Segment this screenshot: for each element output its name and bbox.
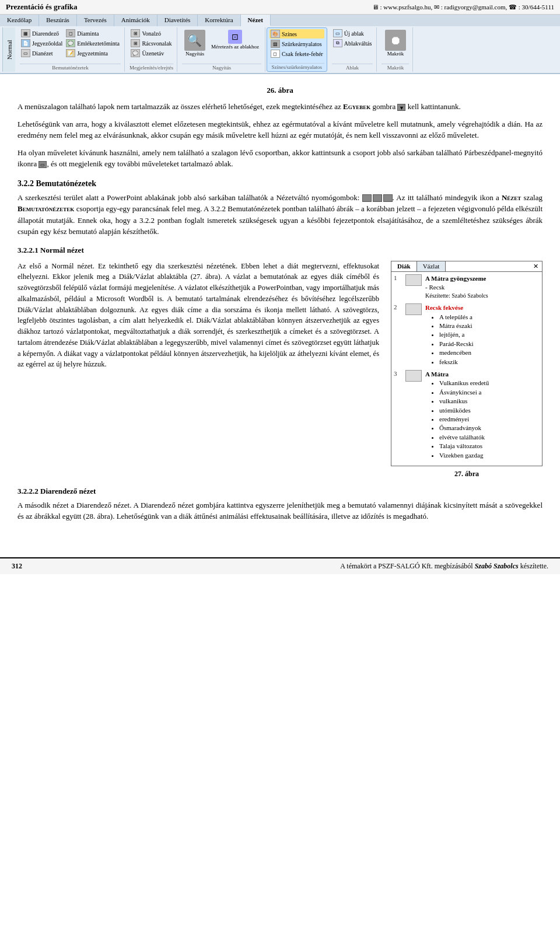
nagyitas-btn[interactable]: 🔍 Nagyítás bbox=[182, 29, 208, 64]
paragraph-1: A menüszalagon található lapok nem tarta… bbox=[18, 101, 542, 113]
szines-label: Színes bbox=[282, 31, 297, 37]
ablak-group-label: Ablak bbox=[332, 64, 373, 71]
header-contact: 🖥 : www.pszfsalgo.hu, ✉ : radigyorgy@gma… bbox=[372, 4, 554, 11]
slide-number-2: 2 bbox=[394, 303, 402, 310]
szines-buttons: 🎨 Színes ▨ Szürkeárnyalatos ◻ Csak feket… bbox=[270, 29, 324, 58]
diarendezo-label: Diarendező bbox=[32, 30, 59, 37]
ablakvalt-btn[interactable]: ⧉ Ablakváltás bbox=[332, 39, 373, 48]
tab-diavetites[interactable]: Diavetítés bbox=[158, 15, 198, 26]
racsvonalak-label: Rácsvonalak bbox=[142, 40, 172, 47]
dianezet-label: Dianézet bbox=[32, 50, 53, 57]
emlekezteto-btn[interactable]: 💬 Emlékeztetőminta bbox=[65, 39, 121, 48]
nagyitas-label: Nagyítás bbox=[186, 51, 204, 57]
emlekezteto-icon: 💬 bbox=[66, 39, 75, 47]
jegyezetoldal-icon: 📄 bbox=[21, 39, 30, 47]
merezezes-btn[interactable]: ⊡ Méretezés az ablakhoz bbox=[209, 29, 261, 64]
paragraph-3: Ha olyan műveletet kívánunk használni, a… bbox=[18, 147, 542, 170]
makrok-group-label: Makrók bbox=[382, 64, 409, 71]
bottom-bar: 312 A témakört a PSZF-SALGÓ Kft. megbízá… bbox=[0, 557, 560, 574]
dianezet-btn[interactable]: ▭ Dianézet bbox=[20, 48, 64, 58]
nagyitas-buttons: 🔍 Nagyítás ⊡ Méretezés az ablakhoz bbox=[182, 29, 261, 64]
tab-nezet[interactable]: Nézet bbox=[241, 15, 271, 26]
figure-27-caption: 27. ábra bbox=[391, 470, 542, 479]
makrok-label: Makrók bbox=[387, 51, 404, 57]
view-icon-3 bbox=[383, 194, 393, 202]
makrok-btn[interactable]: ⏺ Makrók bbox=[383, 29, 408, 58]
tab-kezdolap[interactable]: Kezdőlap bbox=[0, 15, 39, 26]
slide-text-1: A Mátra gyöngyszeme - Recsk Készítette: … bbox=[425, 274, 488, 301]
ablak-buttons: ▭ Új ablak ⧉ Ablakváltás bbox=[332, 29, 373, 48]
left-column: Az első a Normál nézet. Ez tekinthető eg… bbox=[18, 261, 379, 479]
vonalzo-icon: ⊞ bbox=[131, 29, 140, 37]
slide-bullets-3: Vulkanikus eredetű Ásványkincsei a vulka… bbox=[431, 379, 489, 460]
racsvonalak-btn[interactable]: ⊞ Rácsvonalak bbox=[130, 39, 173, 48]
uj-ablak-btn[interactable]: ▭ Új ablak bbox=[332, 29, 373, 38]
ribbon-group-bemutatonezetek: ▦ Diarendező 📄 Jegyezőoldal ▭ Dianézet ◻ bbox=[16, 27, 125, 72]
slide-item-1: 1 A Mátra gyöngyszeme - Recsk Készítette… bbox=[394, 274, 540, 301]
jegyzetminta-icon: 📝 bbox=[66, 49, 75, 57]
main-content: 26. ábra A menüszalagon található lapok … bbox=[0, 74, 560, 540]
ribbon-group-szines: 🎨 Színes ▨ Szürkeárnyalatos ◻ Csak feket… bbox=[267, 27, 327, 72]
section-3221-heading: 3.2.2.1 Normál nézet bbox=[18, 246, 542, 255]
tab-beszuras[interactable]: Beszúrás bbox=[39, 15, 77, 26]
monitor-icon: 🖥 bbox=[372, 4, 379, 11]
section-322-text: A szerkesztési terület alatt a PowerPoin… bbox=[18, 192, 542, 238]
uj-ablak-label: Új ablak bbox=[344, 30, 364, 37]
feketekeher-btn[interactable]: ◻ Csak fekete-fehér bbox=[270, 49, 324, 58]
uzenetav-label: Üzenetáv bbox=[142, 50, 164, 57]
vonalzo-btn[interactable]: ⊞ Vonalzó bbox=[130, 29, 173, 38]
section-3221-text: Az első a Normál nézet. Ez tekinthető eg… bbox=[18, 261, 379, 371]
view-icons-inline bbox=[362, 194, 393, 202]
footer-author: Szabó Szabolcs bbox=[475, 562, 519, 570]
ribbon-content: Normal ▦ Diarendező 📄 Jegyezőoldal ▭ Dia… bbox=[0, 26, 560, 73]
merezezes-icon: ⊡ bbox=[228, 30, 242, 44]
feketekeher-icon: ◻ bbox=[271, 50, 280, 58]
dropdown-icon-inline: ▼ bbox=[397, 104, 405, 111]
close-panel-btn[interactable]: ✕ bbox=[530, 261, 542, 271]
diarendezo-btn[interactable]: ▦ Diarendező bbox=[20, 29, 64, 38]
szurkearnyal-btn[interactable]: ▨ Szürkeárnyalatos bbox=[270, 39, 324, 48]
szines-btn[interactable]: 🎨 Színes bbox=[270, 29, 324, 39]
emlekezteto-label: Emlékeztetőminta bbox=[77, 40, 120, 47]
header-title: Prezentáció és grafika bbox=[6, 2, 78, 12]
bemutatonezetek-bold: Bemutatónézetek bbox=[18, 204, 74, 213]
vonalzo-label: Vonalzó bbox=[142, 30, 161, 37]
ribbon: Kezdőlap Beszúrás Tervezés Animációk Dia… bbox=[0, 15, 560, 74]
szines-group-label: Színes/szürkeárnyalatos bbox=[270, 63, 324, 70]
slide-thumb-2[interactable] bbox=[405, 303, 422, 315]
megjelentes-buttons: ⊞ Vonalzó ⊞ Rácsvonalak 💬 Üzenetáv bbox=[130, 29, 173, 58]
slide-bullets-2: A település a Mátra északi lejtőjén, a P… bbox=[431, 313, 474, 366]
tab-animaciok[interactable]: Animációk bbox=[114, 15, 158, 26]
paragraph-2: Lehetőségünk van arra, hogy a kiválaszto… bbox=[18, 118, 542, 141]
szurkearnyal-icon: ▨ bbox=[271, 40, 280, 48]
jegyzetminta-btn[interactable]: 📝 Jegyzetminta bbox=[65, 48, 121, 58]
ablakvalt-icon: ⧉ bbox=[333, 39, 342, 47]
two-column-layout: Az első a Normál nézet. Ez tekinthető eg… bbox=[18, 261, 542, 479]
jegyzetminta-label: Jegyzetminta bbox=[77, 50, 108, 57]
ribbon-group-makrok: ⏺ Makrók Makrók bbox=[378, 27, 413, 72]
slide-thumb-3[interactable] bbox=[405, 370, 422, 382]
uzenetav-icon: 💬 bbox=[131, 49, 140, 57]
diaminta-btn[interactable]: ◻ Diaminta bbox=[65, 29, 121, 38]
megjelentes-group-label: Megjelenítés/elrejtés bbox=[130, 64, 173, 71]
normal-view-label: Normal bbox=[2, 27, 15, 72]
slide-item-3: 3 A Mátra Vulkanikus eredetű Ásványkincs… bbox=[394, 370, 540, 460]
diaminta-icon: ◻ bbox=[66, 29, 75, 37]
slide-number-1: 1 bbox=[394, 274, 402, 281]
nagyitas-icon: 🔍 bbox=[184, 30, 205, 51]
racsvonalak-icon: ⊞ bbox=[131, 39, 140, 47]
tab-korrektura[interactable]: Korrektúra bbox=[198, 15, 240, 26]
bemutatonezetek-left: ▦ Diarendező 📄 Jegyezőoldal ▭ Dianézet bbox=[20, 29, 64, 64]
uzenetav-btn[interactable]: 💬 Üzenetáv bbox=[130, 48, 173, 58]
tab-tervezes[interactable]: Tervezés bbox=[77, 15, 114, 26]
nagyitas-group-label: Nagyítás bbox=[182, 64, 261, 71]
right-column: Diák Vázlat ✕ 1 A Mátra gyöngyszeme - Re… bbox=[391, 261, 542, 479]
slide-panel-header: Diák Vázlat ✕ bbox=[391, 261, 542, 272]
jegyezetoldal-btn[interactable]: 📄 Jegyezőoldal bbox=[20, 39, 64, 48]
tab-diak[interactable]: Diák bbox=[391, 261, 417, 271]
slide-text-3: A Mátra Vulkanikus eredetű Ásványkincsei… bbox=[425, 370, 489, 460]
tab-vazlat[interactable]: Vázlat bbox=[417, 261, 446, 271]
slide-thumb-1[interactable] bbox=[405, 274, 422, 286]
slide-text-2: Recsk fekvése A település a Mátra északi… bbox=[425, 303, 474, 366]
uj-ablak-icon: ▭ bbox=[333, 29, 342, 37]
